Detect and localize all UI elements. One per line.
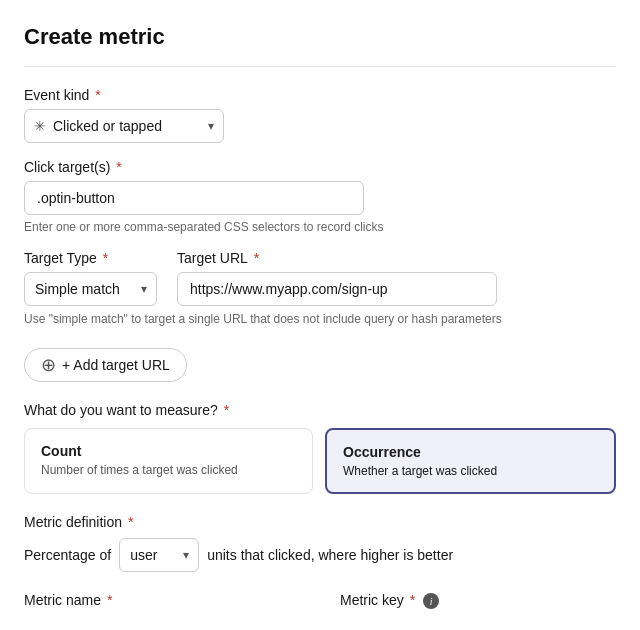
- event-kind-select-wrapper[interactable]: ✳ Clicked or tapped ▾: [24, 109, 224, 143]
- plus-circle-icon: ⊕: [41, 356, 56, 374]
- event-kind-field: Event kind * ✳ Clicked or tapped ▾: [24, 87, 616, 143]
- required-marker: *: [91, 87, 100, 103]
- metric-def-unit-select-wrapper[interactable]: user ▾: [119, 538, 199, 572]
- metric-name-label: Metric name *: [24, 592, 300, 608]
- count-title: Count: [41, 443, 296, 459]
- page-title: Create metric: [24, 24, 616, 50]
- target-type-select-wrapper[interactable]: Simple match ▾: [24, 272, 157, 306]
- metric-key-field: Metric key * i: [340, 592, 616, 615]
- metric-def-prefix: Percentage of: [24, 547, 111, 563]
- divider: [24, 66, 616, 67]
- occurrence-title: Occurrence: [343, 444, 598, 460]
- metric-definition-section: Metric definition * Percentage of user ▾…: [24, 514, 616, 572]
- measure-label: What do you want to measure? *: [24, 402, 616, 418]
- occurrence-desc: Whether a target was clicked: [343, 464, 598, 478]
- target-type-label: Target Type *: [24, 250, 157, 266]
- measure-card-occurrence[interactable]: Occurrence Whether a target was clicked: [325, 428, 616, 494]
- metric-def-suffix: units that clicked, where higher is bett…: [207, 547, 453, 563]
- click-targets-hint: Enter one or more comma-separated CSS se…: [24, 220, 616, 234]
- add-target-btn-label: + Add target URL: [62, 357, 170, 373]
- measure-section: What do you want to measure? * Count Num…: [24, 402, 616, 494]
- target-url-field: Target URL *: [177, 250, 497, 306]
- target-url-input[interactable]: [177, 272, 497, 306]
- info-icon[interactable]: i: [423, 593, 439, 609]
- target-url-label: Target URL *: [177, 250, 497, 266]
- metric-name-key-row: Metric name * Metric key * i: [24, 592, 616, 615]
- add-target-url-button[interactable]: ⊕ + Add target URL: [24, 348, 187, 382]
- target-type-field: Target Type * Simple match ▾: [24, 250, 157, 306]
- measure-cards: Count Number of times a target was click…: [24, 428, 616, 494]
- target-hint: Use "simple match" to target a single UR…: [24, 312, 604, 326]
- event-kind-label: Event kind *: [24, 87, 616, 103]
- click-targets-input[interactable]: [24, 181, 364, 215]
- event-kind-icon: ✳: [34, 118, 46, 134]
- metric-name-field: Metric name *: [24, 592, 300, 615]
- metric-def-row: Percentage of user ▾ units that clicked,…: [24, 538, 616, 572]
- measure-card-count[interactable]: Count Number of times a target was click…: [24, 428, 313, 494]
- target-type-select[interactable]: Simple match: [24, 272, 157, 306]
- metric-def-unit-select[interactable]: user: [119, 538, 199, 572]
- click-targets-field: Click target(s) * Enter one or more comm…: [24, 159, 616, 234]
- event-kind-select[interactable]: Clicked or tapped: [24, 109, 224, 143]
- count-desc: Number of times a target was clicked: [41, 463, 296, 477]
- click-targets-label: Click target(s) *: [24, 159, 616, 175]
- metric-key-label: Metric key * i: [340, 592, 616, 609]
- target-row: Target Type * Simple match ▾ Target URL …: [24, 250, 616, 306]
- metric-def-label: Metric definition *: [24, 514, 616, 530]
